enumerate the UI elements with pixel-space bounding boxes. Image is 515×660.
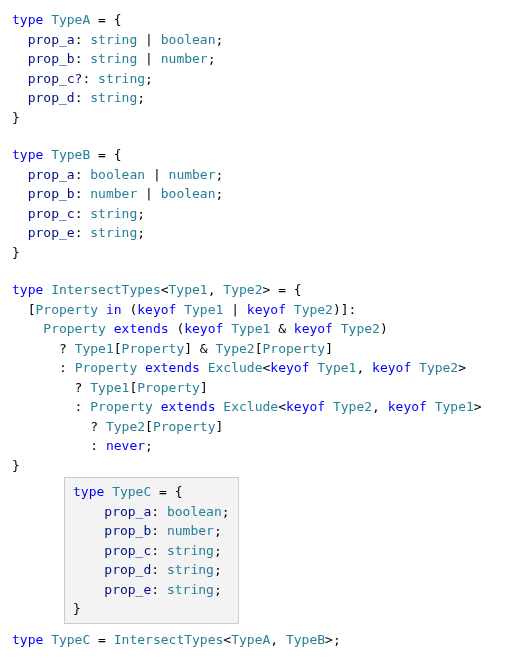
intersect-close: } bbox=[12, 456, 503, 476]
tooltip-prop-d: prop_d: string; bbox=[73, 560, 230, 580]
typeb-prop-c: prop_c: string; bbox=[12, 204, 503, 224]
hover-tooltip: type TypeC = { prop_a: boolean; prop_b: … bbox=[64, 477, 239, 624]
typeb-prop-a: prop_a: boolean | number; bbox=[12, 165, 503, 185]
intersect-then2: ? Type1[Property] bbox=[12, 378, 503, 398]
typea-close: } bbox=[12, 108, 503, 128]
intersect-else1: : Property extends Exclude<keyof Type1, … bbox=[12, 358, 503, 378]
intersect-else2: : Property extends Exclude<keyof Type2, … bbox=[12, 397, 503, 417]
typeb-decl: type TypeB = { bbox=[12, 145, 503, 165]
tooltip-prop-c: prop_c: string; bbox=[73, 541, 230, 561]
tooltip-decl: type TypeC = { bbox=[73, 482, 230, 502]
intersect-never: : never; bbox=[12, 436, 503, 456]
typeb-block: type TypeB = { prop_a: boolean | number;… bbox=[12, 145, 503, 262]
typeb-close: } bbox=[12, 243, 503, 263]
intersect-mapped: [Property in (keyof Type1 | keyof Type2)… bbox=[12, 300, 503, 320]
typea-prop-c: prop_c?: string; bbox=[12, 69, 503, 89]
typea-decl: type TypeA = { bbox=[12, 10, 503, 30]
typec-decl: type TypeC = IntersectTypes<TypeA, TypeB… bbox=[12, 630, 503, 650]
tooltip-prop-e: prop_e: string; bbox=[73, 580, 230, 600]
type-keyword: type bbox=[12, 12, 43, 27]
typec-block: type TypeC = IntersectTypes<TypeA, TypeB… bbox=[12, 630, 503, 650]
tooltip-prop-b: prop_b: number; bbox=[73, 521, 230, 541]
intersect-block: type IntersectTypes<Type1, Type2> = { [P… bbox=[12, 280, 503, 475]
typea-prop-a: prop_a: string | boolean; bbox=[12, 30, 503, 50]
typeb-prop-b: prop_b: number | boolean; bbox=[12, 184, 503, 204]
tooltip-close: } bbox=[73, 599, 230, 619]
intersect-decl: type IntersectTypes<Type1, Type2> = { bbox=[12, 280, 503, 300]
typea-prop-b: prop_b: string | number; bbox=[12, 49, 503, 69]
intersect-then1: ? Type1[Property] & Type2[Property] bbox=[12, 339, 503, 359]
typeb-prop-e: prop_e: string; bbox=[12, 223, 503, 243]
tooltip-prop-a: prop_a: boolean; bbox=[73, 502, 230, 522]
intersect-cond1: Property extends (keyof Type1 & keyof Ty… bbox=[12, 319, 503, 339]
typea-block: type TypeA = { prop_a: string | boolean;… bbox=[12, 10, 503, 127]
intersect-then3: ? Type2[Property] bbox=[12, 417, 503, 437]
typea-name: TypeA bbox=[51, 12, 90, 27]
typea-prop-d: prop_d: string; bbox=[12, 88, 503, 108]
